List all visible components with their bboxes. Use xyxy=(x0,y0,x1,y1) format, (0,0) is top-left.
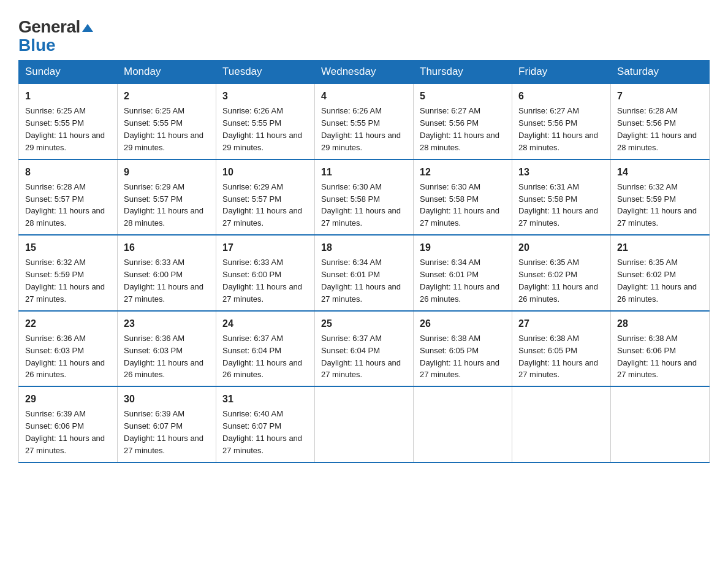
day-number: 8 xyxy=(25,165,111,179)
day-info: Sunrise: 6:27 AMSunset: 5:56 PMDaylight:… xyxy=(420,106,499,152)
day-number: 30 xyxy=(124,392,210,406)
day-number: 25 xyxy=(321,316,407,331)
day-info: Sunrise: 6:35 AMSunset: 6:02 PMDaylight:… xyxy=(617,258,697,304)
weekday-header-thursday: Thursday xyxy=(414,61,512,84)
day-info: Sunrise: 6:27 AMSunset: 5:56 PMDaylight:… xyxy=(518,106,598,152)
day-number: 13 xyxy=(518,165,604,179)
calendar-table: SundayMondayTuesdayWednesdayThursdayFrid… xyxy=(18,60,710,463)
day-info: Sunrise: 6:26 AMSunset: 5:55 PMDaylight:… xyxy=(321,106,401,152)
calendar-cell xyxy=(414,386,512,462)
logo-blue-text: Blue xyxy=(18,37,56,54)
calendar-cell: 16Sunrise: 6:33 AMSunset: 6:00 PMDayligh… xyxy=(118,235,216,311)
day-info: Sunrise: 6:36 AMSunset: 6:03 PMDaylight:… xyxy=(25,334,105,380)
day-info: Sunrise: 6:39 AMSunset: 6:07 PMDaylight:… xyxy=(124,409,203,455)
day-info: Sunrise: 6:38 AMSunset: 6:05 PMDaylight:… xyxy=(420,334,499,380)
day-number: 19 xyxy=(420,240,506,255)
weekday-header-sunday: Sunday xyxy=(19,61,118,84)
day-number: 24 xyxy=(222,316,308,331)
calendar-cell: 17Sunrise: 6:33 AMSunset: 6:00 PMDayligh… xyxy=(216,235,315,311)
calendar-cell: 2Sunrise: 6:25 AMSunset: 5:55 PMDaylight… xyxy=(118,83,216,159)
calendar-cell: 10Sunrise: 6:29 AMSunset: 5:57 PMDayligh… xyxy=(216,159,315,236)
weekday-header-friday: Friday xyxy=(512,61,611,84)
calendar-cell: 15Sunrise: 6:32 AMSunset: 5:59 PMDayligh… xyxy=(19,235,118,311)
day-info: Sunrise: 6:28 AMSunset: 5:57 PMDaylight:… xyxy=(25,182,105,228)
calendar-cell: 26Sunrise: 6:38 AMSunset: 6:05 PMDayligh… xyxy=(414,311,512,387)
day-info: Sunrise: 6:25 AMSunset: 5:55 PMDaylight:… xyxy=(124,106,203,152)
logo-general-text: General xyxy=(18,18,93,36)
day-info: Sunrise: 6:40 AMSunset: 6:07 PMDaylight:… xyxy=(222,409,302,455)
day-number: 22 xyxy=(25,316,111,331)
day-info: Sunrise: 6:37 AMSunset: 6:04 PMDaylight:… xyxy=(222,334,302,380)
weekday-header-row: SundayMondayTuesdayWednesdayThursdayFrid… xyxy=(19,61,710,84)
day-info: Sunrise: 6:26 AMSunset: 5:55 PMDaylight:… xyxy=(222,106,302,152)
logo: General Blue xyxy=(18,18,93,54)
day-number: 17 xyxy=(222,240,308,255)
day-info: Sunrise: 6:32 AMSunset: 5:59 PMDaylight:… xyxy=(617,182,697,228)
day-number: 3 xyxy=(222,89,308,103)
day-info: Sunrise: 6:29 AMSunset: 5:57 PMDaylight:… xyxy=(222,182,302,228)
calendar-cell: 22Sunrise: 6:36 AMSunset: 6:03 PMDayligh… xyxy=(19,311,118,387)
day-number: 28 xyxy=(617,316,703,331)
calendar-cell: 14Sunrise: 6:32 AMSunset: 5:59 PMDayligh… xyxy=(611,159,710,236)
calendar-cell: 5Sunrise: 6:27 AMSunset: 5:56 PMDaylight… xyxy=(414,83,512,159)
day-number: 5 xyxy=(420,89,506,103)
day-number: 2 xyxy=(124,89,210,103)
day-number: 27 xyxy=(518,316,604,331)
day-info: Sunrise: 6:39 AMSunset: 6:06 PMDaylight:… xyxy=(25,409,105,455)
weekday-header-wednesday: Wednesday xyxy=(315,61,414,84)
day-info: Sunrise: 6:36 AMSunset: 6:03 PMDaylight:… xyxy=(124,334,203,380)
calendar-cell: 28Sunrise: 6:38 AMSunset: 6:06 PMDayligh… xyxy=(611,311,710,387)
day-number: 15 xyxy=(25,240,111,255)
day-info: Sunrise: 6:25 AMSunset: 5:55 PMDaylight:… xyxy=(25,106,105,152)
page-header: General Blue xyxy=(18,12,710,54)
day-number: 12 xyxy=(420,165,506,179)
calendar-cell: 19Sunrise: 6:34 AMSunset: 6:01 PMDayligh… xyxy=(414,235,512,311)
day-info: Sunrise: 6:34 AMSunset: 6:01 PMDaylight:… xyxy=(321,258,401,304)
calendar-cell: 13Sunrise: 6:31 AMSunset: 5:58 PMDayligh… xyxy=(512,159,611,236)
calendar-cell: 7Sunrise: 6:28 AMSunset: 5:56 PMDaylight… xyxy=(611,83,710,159)
day-number: 6 xyxy=(518,89,604,103)
day-number: 9 xyxy=(124,165,210,179)
day-number: 21 xyxy=(617,240,703,255)
day-info: Sunrise: 6:35 AMSunset: 6:02 PMDaylight:… xyxy=(518,258,598,304)
calendar-cell: 6Sunrise: 6:27 AMSunset: 5:56 PMDaylight… xyxy=(512,83,611,159)
day-info: Sunrise: 6:30 AMSunset: 5:58 PMDaylight:… xyxy=(420,182,499,228)
day-info: Sunrise: 6:31 AMSunset: 5:58 PMDaylight:… xyxy=(518,182,598,228)
day-number: 18 xyxy=(321,240,407,255)
calendar-cell: 18Sunrise: 6:34 AMSunset: 6:01 PMDayligh… xyxy=(315,235,414,311)
calendar-cell: 21Sunrise: 6:35 AMSunset: 6:02 PMDayligh… xyxy=(611,235,710,311)
calendar-cell: 24Sunrise: 6:37 AMSunset: 6:04 PMDayligh… xyxy=(216,311,315,387)
day-info: Sunrise: 6:33 AMSunset: 6:00 PMDaylight:… xyxy=(124,258,203,304)
day-number: 16 xyxy=(124,240,210,255)
day-number: 23 xyxy=(124,316,210,331)
calendar-cell: 3Sunrise: 6:26 AMSunset: 5:55 PMDaylight… xyxy=(216,83,315,159)
day-info: Sunrise: 6:33 AMSunset: 6:00 PMDaylight:… xyxy=(222,258,302,304)
calendar-cell xyxy=(611,386,710,462)
calendar-cell: 12Sunrise: 6:30 AMSunset: 5:58 PMDayligh… xyxy=(414,159,512,236)
calendar-cell: 9Sunrise: 6:29 AMSunset: 5:57 PMDaylight… xyxy=(118,159,216,236)
week-row-3: 15Sunrise: 6:32 AMSunset: 5:59 PMDayligh… xyxy=(19,235,710,311)
calendar-cell: 30Sunrise: 6:39 AMSunset: 6:07 PMDayligh… xyxy=(118,386,216,462)
day-info: Sunrise: 6:38 AMSunset: 6:06 PMDaylight:… xyxy=(617,334,697,380)
day-info: Sunrise: 6:34 AMSunset: 6:01 PMDaylight:… xyxy=(420,258,499,304)
day-number: 29 xyxy=(25,392,111,406)
day-info: Sunrise: 6:38 AMSunset: 6:05 PMDaylight:… xyxy=(518,334,598,380)
day-info: Sunrise: 6:28 AMSunset: 5:56 PMDaylight:… xyxy=(617,106,697,152)
weekday-header-tuesday: Tuesday xyxy=(216,61,315,84)
calendar-cell: 8Sunrise: 6:28 AMSunset: 5:57 PMDaylight… xyxy=(19,159,118,236)
calendar-cell: 29Sunrise: 6:39 AMSunset: 6:06 PMDayligh… xyxy=(19,386,118,462)
day-number: 1 xyxy=(25,89,111,103)
calendar-cell: 27Sunrise: 6:38 AMSunset: 6:05 PMDayligh… xyxy=(512,311,611,387)
calendar-cell: 4Sunrise: 6:26 AMSunset: 5:55 PMDaylight… xyxy=(315,83,414,159)
week-row-2: 8Sunrise: 6:28 AMSunset: 5:57 PMDaylight… xyxy=(19,159,710,236)
day-info: Sunrise: 6:29 AMSunset: 5:57 PMDaylight:… xyxy=(124,182,203,228)
calendar-cell: 25Sunrise: 6:37 AMSunset: 6:04 PMDayligh… xyxy=(315,311,414,387)
day-number: 7 xyxy=(617,89,703,103)
day-number: 14 xyxy=(617,165,703,179)
calendar-cell: 11Sunrise: 6:30 AMSunset: 5:58 PMDayligh… xyxy=(315,159,414,236)
day-number: 31 xyxy=(222,392,308,406)
calendar-cell: 20Sunrise: 6:35 AMSunset: 6:02 PMDayligh… xyxy=(512,235,611,311)
week-row-1: 1Sunrise: 6:25 AMSunset: 5:55 PMDaylight… xyxy=(19,83,710,159)
calendar-cell: 31Sunrise: 6:40 AMSunset: 6:07 PMDayligh… xyxy=(216,386,315,462)
day-number: 26 xyxy=(420,316,506,331)
